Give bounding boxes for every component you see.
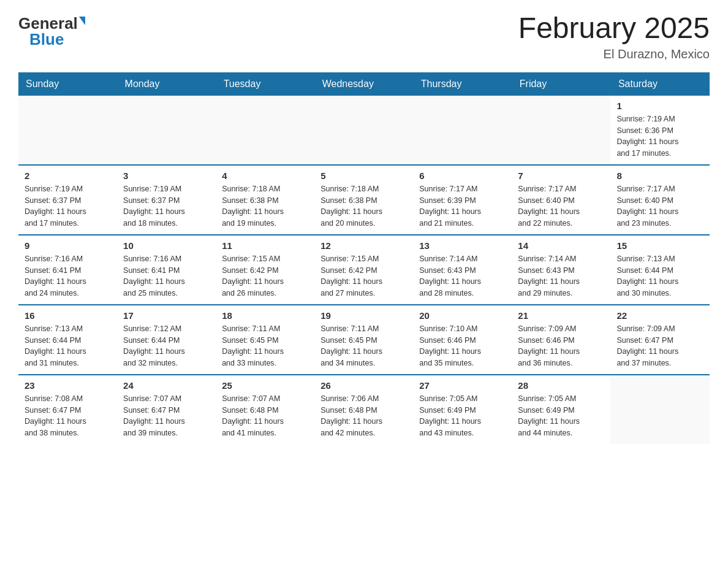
calendar-cell [117, 96, 216, 165]
day-info: Sunrise: 7:12 AM Sunset: 6:44 PM Dayligh… [123, 323, 210, 369]
weekday-header-saturday: Saturday [610, 72, 709, 96]
page-header: General Blue February 2025 El Durazno, M… [18, 12, 710, 61]
calendar-cell: 17Sunrise: 7:12 AM Sunset: 6:44 PM Dayli… [117, 305, 216, 375]
calendar-header: SundayMondayTuesdayWednesdayThursdayFrid… [18, 72, 710, 96]
weekday-header-monday: Monday [117, 72, 216, 96]
day-number: 3 [123, 170, 210, 181]
calendar-cell: 3Sunrise: 7:19 AM Sunset: 6:37 PM Daylig… [117, 165, 216, 235]
day-info: Sunrise: 7:10 AM Sunset: 6:46 PM Dayligh… [419, 323, 506, 369]
day-info: Sunrise: 7:11 AM Sunset: 6:45 PM Dayligh… [320, 323, 407, 369]
calendar-cell [413, 96, 512, 165]
day-info: Sunrise: 7:19 AM Sunset: 6:37 PM Dayligh… [25, 183, 111, 229]
day-number: 21 [518, 310, 604, 321]
day-info: Sunrise: 7:14 AM Sunset: 6:43 PM Dayligh… [518, 253, 604, 299]
day-info: Sunrise: 7:08 AM Sunset: 6:47 PM Dayligh… [25, 393, 111, 439]
calendar-cell: 8Sunrise: 7:17 AM Sunset: 6:40 PM Daylig… [610, 165, 709, 235]
calendar-cell: 25Sunrise: 7:07 AM Sunset: 6:48 PM Dayli… [216, 375, 314, 444]
logo-arrow-icon [79, 17, 85, 25]
calendar-cell: 26Sunrise: 7:06 AM Sunset: 6:48 PM Dayli… [314, 375, 413, 444]
calendar-cell: 16Sunrise: 7:13 AM Sunset: 6:44 PM Dayli… [18, 305, 117, 375]
title-section: February 2025 El Durazno, Mexico [518, 12, 710, 61]
calendar-cell: 11Sunrise: 7:15 AM Sunset: 6:42 PM Dayli… [216, 235, 314, 305]
calendar-cell: 15Sunrise: 7:13 AM Sunset: 6:44 PM Dayli… [610, 235, 709, 305]
calendar-cell: 20Sunrise: 7:10 AM Sunset: 6:46 PM Dayli… [413, 305, 512, 375]
day-number: 22 [616, 310, 703, 321]
day-info: Sunrise: 7:07 AM Sunset: 6:47 PM Dayligh… [123, 393, 210, 439]
day-number: 6 [419, 170, 506, 181]
calendar-cell: 27Sunrise: 7:05 AM Sunset: 6:49 PM Dayli… [413, 375, 512, 444]
day-info: Sunrise: 7:11 AM Sunset: 6:45 PM Dayligh… [222, 323, 308, 369]
day-number: 5 [320, 170, 407, 181]
day-number: 4 [222, 170, 308, 181]
calendar-cell [216, 96, 314, 165]
day-info: Sunrise: 7:05 AM Sunset: 6:49 PM Dayligh… [419, 393, 506, 439]
day-number: 26 [320, 380, 407, 391]
calendar-cell: 28Sunrise: 7:05 AM Sunset: 6:49 PM Dayli… [512, 375, 610, 444]
day-number: 10 [123, 240, 210, 251]
day-info: Sunrise: 7:18 AM Sunset: 6:38 PM Dayligh… [222, 183, 308, 229]
day-info: Sunrise: 7:16 AM Sunset: 6:41 PM Dayligh… [25, 253, 111, 299]
calendar-cell: 2Sunrise: 7:19 AM Sunset: 6:37 PM Daylig… [18, 165, 117, 235]
calendar-cell: 6Sunrise: 7:17 AM Sunset: 6:39 PM Daylig… [413, 165, 512, 235]
calendar-cell: 13Sunrise: 7:14 AM Sunset: 6:43 PM Dayli… [413, 235, 512, 305]
day-number: 2 [25, 170, 111, 181]
day-info: Sunrise: 7:14 AM Sunset: 6:43 PM Dayligh… [419, 253, 506, 299]
day-info: Sunrise: 7:17 AM Sunset: 6:39 PM Dayligh… [419, 183, 506, 229]
day-info: Sunrise: 7:13 AM Sunset: 6:44 PM Dayligh… [616, 253, 703, 299]
calendar-cell [314, 96, 413, 165]
day-info: Sunrise: 7:19 AM Sunset: 6:36 PM Dayligh… [616, 113, 703, 159]
day-info: Sunrise: 7:15 AM Sunset: 6:42 PM Dayligh… [222, 253, 308, 299]
calendar-cell: 5Sunrise: 7:18 AM Sunset: 6:38 PM Daylig… [314, 165, 413, 235]
day-number: 1 [616, 101, 703, 111]
month-title: February 2025 [518, 12, 710, 45]
day-number: 12 [320, 240, 407, 251]
calendar-cell: 19Sunrise: 7:11 AM Sunset: 6:45 PM Dayli… [314, 305, 413, 375]
day-info: Sunrise: 7:13 AM Sunset: 6:44 PM Dayligh… [25, 323, 111, 369]
calendar-cell: 7Sunrise: 7:17 AM Sunset: 6:40 PM Daylig… [512, 165, 610, 235]
day-info: Sunrise: 7:07 AM Sunset: 6:48 PM Dayligh… [222, 393, 308, 439]
weekday-header-wednesday: Wednesday [314, 72, 413, 96]
day-number: 24 [123, 380, 210, 391]
calendar-cell [610, 375, 709, 444]
day-info: Sunrise: 7:19 AM Sunset: 6:37 PM Dayligh… [123, 183, 210, 229]
calendar-table: SundayMondayTuesdayWednesdayThursdayFrid… [18, 72, 710, 444]
calendar-week-1: 2Sunrise: 7:19 AM Sunset: 6:37 PM Daylig… [18, 165, 710, 235]
day-number: 25 [222, 380, 308, 391]
weekday-header-row: SundayMondayTuesdayWednesdayThursdayFrid… [18, 72, 710, 96]
day-number: 16 [25, 310, 111, 321]
day-number: 15 [616, 240, 703, 251]
calendar-body: 1Sunrise: 7:19 AM Sunset: 6:36 PM Daylig… [18, 96, 710, 444]
logo: General Blue [18, 12, 85, 47]
calendar-week-3: 16Sunrise: 7:13 AM Sunset: 6:44 PM Dayli… [18, 305, 710, 375]
day-info: Sunrise: 7:09 AM Sunset: 6:46 PM Dayligh… [518, 323, 604, 369]
day-number: 11 [222, 240, 308, 251]
calendar-week-4: 23Sunrise: 7:08 AM Sunset: 6:47 PM Dayli… [18, 375, 710, 444]
day-number: 27 [419, 380, 506, 391]
calendar-cell: 12Sunrise: 7:15 AM Sunset: 6:42 PM Dayli… [314, 235, 413, 305]
day-number: 23 [25, 380, 111, 391]
calendar-cell: 4Sunrise: 7:18 AM Sunset: 6:38 PM Daylig… [216, 165, 314, 235]
calendar-cell: 14Sunrise: 7:14 AM Sunset: 6:43 PM Dayli… [512, 235, 610, 305]
calendar-cell: 18Sunrise: 7:11 AM Sunset: 6:45 PM Dayli… [216, 305, 314, 375]
day-info: Sunrise: 7:17 AM Sunset: 6:40 PM Dayligh… [616, 183, 703, 229]
day-info: Sunrise: 7:15 AM Sunset: 6:42 PM Dayligh… [320, 253, 407, 299]
weekday-header-tuesday: Tuesday [216, 72, 314, 96]
calendar-cell: 1Sunrise: 7:19 AM Sunset: 6:36 PM Daylig… [610, 96, 709, 165]
weekday-header-sunday: Sunday [18, 72, 117, 96]
calendar-cell: 24Sunrise: 7:07 AM Sunset: 6:47 PM Dayli… [117, 375, 216, 444]
calendar-cell: 21Sunrise: 7:09 AM Sunset: 6:46 PM Dayli… [512, 305, 610, 375]
day-number: 18 [222, 310, 308, 321]
logo-general-text: General [18, 15, 78, 31]
weekday-header-friday: Friday [512, 72, 610, 96]
calendar-week-2: 9Sunrise: 7:16 AM Sunset: 6:41 PM Daylig… [18, 235, 710, 305]
day-info: Sunrise: 7:05 AM Sunset: 6:49 PM Dayligh… [518, 393, 604, 439]
day-info: Sunrise: 7:16 AM Sunset: 6:41 PM Dayligh… [123, 253, 210, 299]
day-number: 20 [419, 310, 506, 321]
calendar-cell: 9Sunrise: 7:16 AM Sunset: 6:41 PM Daylig… [18, 235, 117, 305]
location-subtitle: El Durazno, Mexico [518, 47, 710, 61]
day-info: Sunrise: 7:18 AM Sunset: 6:38 PM Dayligh… [320, 183, 407, 229]
calendar-cell: 22Sunrise: 7:09 AM Sunset: 6:47 PM Dayli… [610, 305, 709, 375]
day-info: Sunrise: 7:17 AM Sunset: 6:40 PM Dayligh… [518, 183, 604, 229]
day-info: Sunrise: 7:09 AM Sunset: 6:47 PM Dayligh… [616, 323, 703, 369]
day-number: 8 [616, 170, 703, 181]
